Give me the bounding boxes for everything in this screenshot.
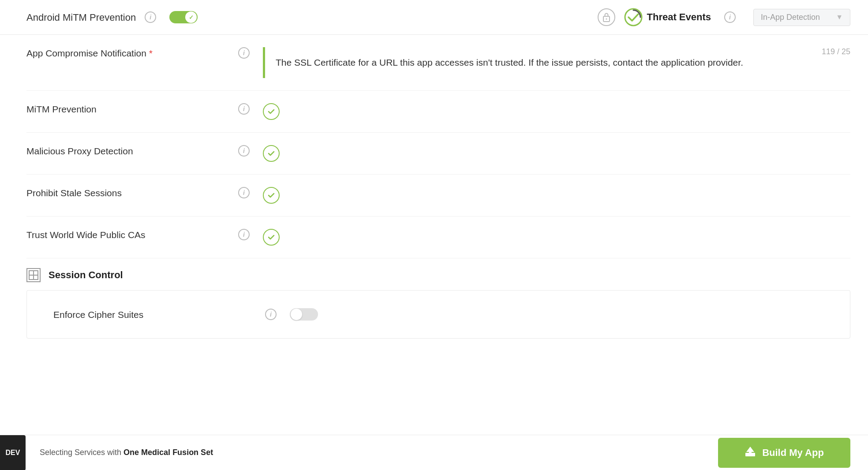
android-mitm-toggle[interactable] bbox=[169, 11, 198, 23]
svg-point-2 bbox=[625, 9, 642, 26]
feature-row-prohibit-stale: Prohibit Stale Sessions i bbox=[26, 175, 850, 216]
feature-name-prohibit-stale: Prohibit Stale Sessions bbox=[26, 187, 238, 198]
char-count: 119 / 25 bbox=[822, 47, 850, 56]
prohibit-stale-info-icon[interactable]: i bbox=[238, 187, 250, 198]
feature-name-trust-worldwide: Trust World Wide Public CAs bbox=[26, 229, 238, 240]
feature-name-enforce-cipher: Enforce Cipher Suites bbox=[53, 309, 265, 320]
bottom-status-text: Selecting Services with One Medical Fusi… bbox=[33, 448, 213, 457]
session-control-icon bbox=[26, 268, 41, 282]
feature-name-app-compromise: App Compromise Notification * bbox=[26, 47, 238, 59]
svg-marker-7 bbox=[746, 447, 754, 453]
dropdown-arrow-icon: ▼ bbox=[836, 13, 843, 21]
toggle-track[interactable] bbox=[169, 11, 198, 23]
bottom-left-section: DEV Selecting Services with One Medical … bbox=[0, 435, 213, 470]
mitm-prevention-checkbox[interactable] bbox=[263, 103, 280, 120]
enforce-cipher-info-icon[interactable]: i bbox=[265, 309, 277, 320]
threat-events-label: Threat Events bbox=[647, 11, 711, 23]
feature-row-malicious-proxy: Malicious Proxy Detection i bbox=[26, 133, 850, 175]
dropdown-value: In-App Detection bbox=[761, 13, 820, 22]
session-control-section: Session Control bbox=[26, 258, 850, 290]
feature-name-mitm-prevention: MiTM Prevention bbox=[26, 103, 238, 115]
malicious-proxy-checkbox[interactable] bbox=[263, 145, 280, 162]
malicious-proxy-info-icon[interactable]: i bbox=[238, 145, 250, 157]
enforce-cipher-toggle[interactable] bbox=[290, 308, 318, 321]
threat-events-icon bbox=[624, 8, 643, 26]
mitm-prevention-info-icon[interactable]: i bbox=[238, 103, 250, 115]
cipher-row-enforce: Enforce Cipher Suites i bbox=[53, 301, 832, 328]
in-app-detection-dropdown[interactable]: In-App Detection ▼ bbox=[753, 9, 850, 26]
build-my-app-button[interactable]: Build My App bbox=[718, 438, 850, 468]
header-row: Android MiTM Prevention i bbox=[0, 0, 868, 35]
cipher-toggle-knob bbox=[291, 309, 302, 320]
toggle-knob bbox=[185, 11, 197, 23]
feature-row-app-compromise: App Compromise Notification * i The SSL … bbox=[26, 35, 850, 91]
notification-text: The SSL Certificate for a URL this app a… bbox=[276, 57, 743, 67]
trust-worldwide-info-icon[interactable]: i bbox=[238, 229, 250, 240]
required-asterisk: * bbox=[149, 48, 153, 58]
feature-name-malicious-proxy: Malicious Proxy Detection bbox=[26, 145, 238, 157]
dev-badge: DEV bbox=[0, 435, 26, 470]
android-mitm-label: Android MiTM Prevention bbox=[26, 11, 136, 23]
session-control-label: Session Control bbox=[49, 269, 123, 281]
threat-events-section: Threat Events bbox=[624, 8, 711, 26]
notification-box[interactable]: The SSL Certificate for a URL this app a… bbox=[263, 47, 833, 78]
app-compromise-info-icon[interactable]: i bbox=[238, 47, 250, 59]
threat-events-info-icon[interactable]: i bbox=[724, 11, 736, 23]
lock-icon bbox=[598, 8, 615, 26]
bottom-bar: DEV Selecting Services with One Medical … bbox=[0, 435, 868, 470]
feature-row-trust-worldwide: Trust World Wide Public CAs i bbox=[26, 216, 850, 258]
cipher-suites-section: Enforce Cipher Suites i bbox=[26, 290, 850, 339]
android-mitm-info-icon[interactable]: i bbox=[145, 11, 156, 23]
trust-worldwide-checkbox[interactable] bbox=[263, 229, 280, 246]
feature-row-mitm-prevention: MiTM Prevention i bbox=[26, 91, 850, 133]
svg-rect-6 bbox=[745, 453, 755, 456]
svg-point-1 bbox=[606, 19, 607, 20]
content-area: App Compromise Notification * i The SSL … bbox=[0, 35, 868, 339]
build-icon bbox=[745, 446, 756, 460]
build-label: Build My App bbox=[762, 447, 824, 459]
prohibit-stale-checkbox[interactable] bbox=[263, 187, 280, 204]
